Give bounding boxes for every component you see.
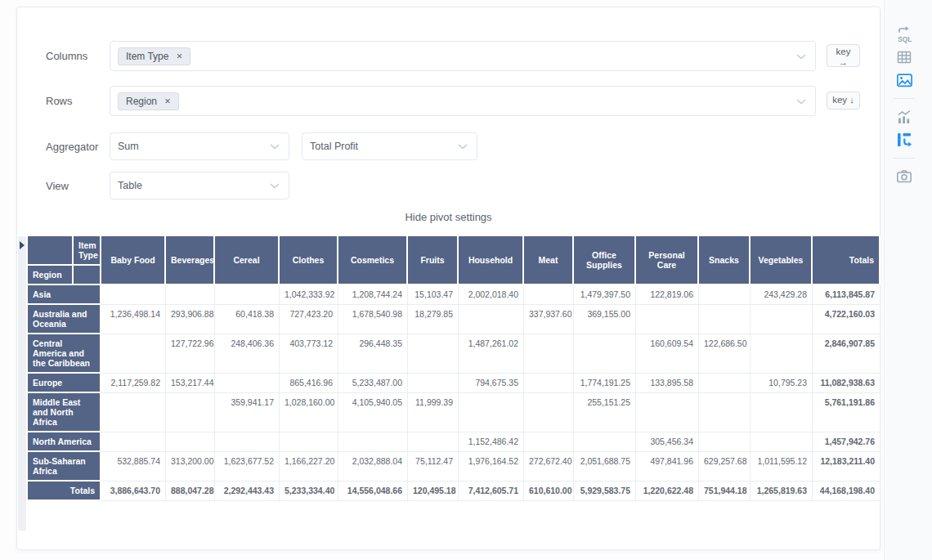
value-cell: 1,774,191.25 xyxy=(574,374,636,393)
value-cell xyxy=(699,305,751,334)
value-cell: 2,117,259.82 xyxy=(101,374,166,393)
collapse-handle[interactable] xyxy=(18,236,26,531)
axis-filler-cell xyxy=(74,266,101,285)
row-header: Australia and Oceania xyxy=(28,305,101,334)
value-cell xyxy=(408,334,459,374)
value-cell xyxy=(338,432,408,452)
value-cell xyxy=(101,285,166,305)
value-cell xyxy=(459,393,524,432)
chevron-down-icon xyxy=(458,144,468,150)
aggregator-field-value: Total Profit xyxy=(310,141,358,152)
value-cell xyxy=(524,432,574,452)
view-value: Table xyxy=(118,180,142,191)
totals-row: Totals3,886,643.70888,047.282,292,443.43… xyxy=(28,482,880,501)
value-cell: 305,456.34 xyxy=(636,432,699,452)
grid-icon[interactable] xyxy=(894,47,914,67)
value-cell xyxy=(408,432,459,452)
value-cell: 1,678,540.98 xyxy=(338,305,408,334)
remove-tag-icon[interactable]: ✕ xyxy=(176,52,182,60)
value-cell: 1,487,261.02 xyxy=(459,334,524,374)
value-cell: 369,155.00 xyxy=(574,305,636,334)
value-cell: 313,200.00 xyxy=(166,452,215,482)
sql-icon[interactable]: SQL xyxy=(894,25,914,44)
value-cell: 629,257.68 xyxy=(699,452,751,482)
value-cell: 403,773.12 xyxy=(280,334,338,374)
value-cell: 1,623,677.52 xyxy=(215,452,280,482)
row-total-cell: 11,082,938.63 xyxy=(813,374,880,393)
chevron-down-icon xyxy=(796,54,806,60)
value-cell: 1,042,333.92 xyxy=(280,285,338,305)
image-icon[interactable] xyxy=(894,70,914,90)
row-header: Central America and the Caribbean xyxy=(28,334,101,374)
value-cell: 160,609.54 xyxy=(636,334,699,374)
combo-chart-icon[interactable] xyxy=(894,107,914,127)
value-cell: 1,976,164.52 xyxy=(459,452,524,482)
columns-label: Columns xyxy=(46,50,87,62)
value-cell xyxy=(408,374,459,393)
aggregator-value: Sum xyxy=(118,141,139,152)
value-cell: 153,217.44 xyxy=(166,374,215,393)
toolbar-divider xyxy=(894,98,915,99)
columns-tag[interactable]: Item Type ✕ xyxy=(118,47,190,65)
row-attr-label: Region xyxy=(28,266,74,285)
pivot-table: Item TypeBaby FoodBeveragesCerealClothes… xyxy=(28,236,880,501)
toolbar-divider xyxy=(894,158,915,159)
value-cell: 1,166,227.20 xyxy=(280,452,338,482)
view-select[interactable]: Table xyxy=(110,172,289,199)
value-cell xyxy=(751,305,813,334)
col-header: Fruits xyxy=(408,236,459,285)
value-cell: 1,152,486.42 xyxy=(459,432,524,452)
col-header: Cereal xyxy=(215,236,280,285)
value-cell: 272,672.40 xyxy=(524,452,574,482)
chevron-down-icon xyxy=(270,183,280,189)
row-total-cell: 2,846,907.85 xyxy=(813,334,880,374)
table-row: Asia1,042,333.921,208,744.2415,103.472,0… xyxy=(28,285,880,305)
column-total-cell: 7,412,605.71 xyxy=(459,482,524,501)
pivot-icon[interactable] xyxy=(894,130,914,150)
camera-icon[interactable] xyxy=(894,167,914,186)
col-header: Personal Care xyxy=(636,236,699,285)
value-cell: 255,151.25 xyxy=(574,393,636,432)
row-totals-header: Totals xyxy=(28,482,101,501)
aggregator-field-select[interactable]: Total Profit xyxy=(302,132,477,160)
collapse-arrow-icon xyxy=(20,241,25,249)
row-header: Middle East and North Africa xyxy=(28,393,101,432)
table-row: Middle East and North Africa359,941.171,… xyxy=(28,393,880,432)
value-cell xyxy=(524,285,574,305)
remove-tag-icon[interactable]: ✕ xyxy=(164,96,171,105)
aggregator-label: Aggregator xyxy=(46,141,98,153)
column-total-cell: 3,886,643.70 xyxy=(101,482,166,501)
col-header: Snacks xyxy=(699,236,751,285)
row-total-cell: 5,761,191.86 xyxy=(813,393,880,432)
row-total-cell: 1,457,942.76 xyxy=(813,432,880,452)
row-header: Europe xyxy=(28,374,101,393)
value-cell: 337,937.60 xyxy=(524,305,574,334)
visualization-toolbar: SQL xyxy=(884,0,932,560)
value-cell xyxy=(101,393,166,432)
value-cell: 75,112.47 xyxy=(408,452,459,482)
row-key-label: key xyxy=(832,95,847,105)
rows-tag-label: Region xyxy=(126,96,157,107)
row-total-cell: 6,113,845.87 xyxy=(813,285,880,305)
value-cell: 1,208,744.24 xyxy=(338,285,408,305)
col-key-label: key xyxy=(836,47,851,56)
value-cell: 11,999.39 xyxy=(408,393,459,432)
columns-select[interactable]: Item Type ✕ xyxy=(110,41,816,71)
hide-pivot-settings-link[interactable]: Hide pivot settings xyxy=(17,211,880,223)
col-header: Household xyxy=(459,236,524,285)
col-header: Clothes xyxy=(280,236,338,285)
value-cell xyxy=(524,374,574,393)
rows-tag[interactable]: Region ✕ xyxy=(118,92,179,110)
column-total-cell: 5,929,583.75 xyxy=(574,482,636,501)
chevron-down-icon xyxy=(796,99,806,105)
col-attr-label: Item Type xyxy=(74,236,101,266)
value-cell xyxy=(699,285,751,305)
table-row: Europe2,117,259.82153,217.44865,416.965,… xyxy=(28,374,880,393)
row-sort-key-button[interactable]: key ↓ xyxy=(827,92,860,110)
col-sort-key-button[interactable]: key → xyxy=(827,44,860,67)
value-cell: 532,885.74 xyxy=(101,452,166,482)
aggregator-select[interactable]: Sum xyxy=(110,132,289,160)
value-cell: 794,675.35 xyxy=(459,374,524,393)
rows-select[interactable]: Region ✕ xyxy=(110,86,816,116)
value-cell xyxy=(215,432,280,452)
